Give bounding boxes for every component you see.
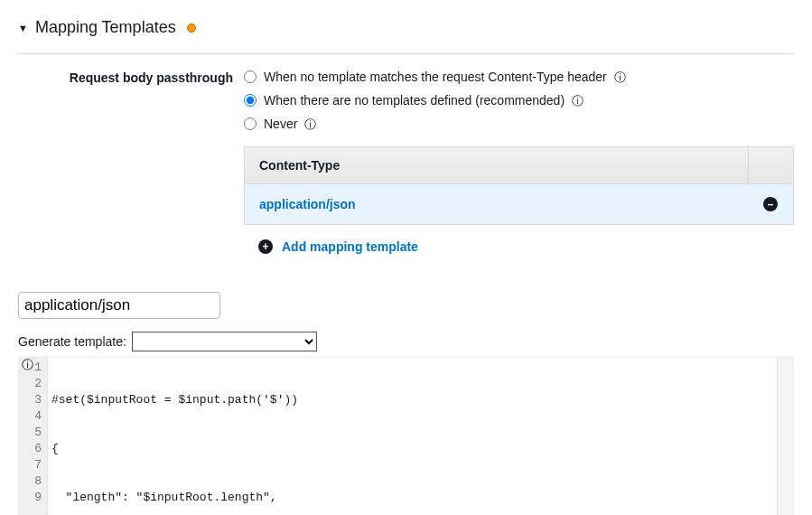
passthrough-label: Request body passthrough bbox=[18, 65, 244, 85]
content-type-header: Content-Type bbox=[245, 147, 748, 183]
code-gutter: 123456789 bbox=[19, 358, 48, 515]
generate-template-select[interactable] bbox=[132, 332, 317, 351]
passthrough-radio-1[interactable] bbox=[244, 94, 257, 107]
info-icon[interactable]: ⓘ bbox=[22, 360, 33, 371]
passthrough-radio-2[interactable] bbox=[244, 117, 257, 130]
content-type-table: Content-Type application/json – bbox=[244, 146, 794, 225]
passthrough-option-1[interactable]: When there are no templates defined (rec… bbox=[244, 89, 794, 112]
add-mapping-link[interactable]: Add mapping template bbox=[282, 239, 418, 254]
changed-indicator-icon bbox=[187, 23, 196, 33]
content-type-link[interactable]: application/json bbox=[259, 197, 356, 211]
passthrough-option-2[interactable]: Never ⓘ bbox=[244, 112, 794, 136]
code-line: "length": "$inputRoot.length", bbox=[51, 490, 773, 506]
generate-template-label: Generate template: bbox=[18, 334, 126, 349]
passthrough-option-0[interactable]: When no template matches the request Con… bbox=[244, 65, 794, 89]
section-title: Mapping Templates bbox=[35, 18, 176, 37]
content-type-header-action-col bbox=[748, 147, 793, 183]
passthrough-option-0-label: When no template matches the request Con… bbox=[264, 70, 607, 84]
section-header: ▼ Mapping Templates bbox=[18, 18, 794, 54]
scrollbar[interactable] bbox=[777, 358, 793, 515]
info-icon[interactable]: ⓘ bbox=[614, 71, 626, 83]
passthrough-radio-0[interactable] bbox=[244, 70, 257, 83]
content-type-input[interactable] bbox=[18, 292, 220, 319]
passthrough-option-2-label: Never bbox=[264, 117, 297, 131]
add-mapping-row[interactable]: + Add mapping template bbox=[244, 227, 794, 267]
generate-template-row: Generate template: bbox=[18, 332, 794, 351]
plus-icon[interactable]: + bbox=[258, 239, 273, 254]
info-icon[interactable]: ⓘ bbox=[572, 95, 583, 107]
caret-down-icon[interactable]: ▼ bbox=[18, 23, 28, 33]
code-line: { bbox=[51, 441, 773, 457]
code-line: #set($inputRoot = $input.path('$')) bbox=[51, 392, 773, 408]
remove-icon[interactable]: – bbox=[763, 197, 778, 211]
code-editor[interactable]: ⓘ 123456789 #set($inputRoot = $input.pat… bbox=[18, 357, 794, 515]
code-body[interactable]: #set($inputRoot = $input.path('$')) { "l… bbox=[48, 358, 777, 515]
info-icon[interactable]: ⓘ bbox=[304, 118, 316, 130]
content-type-row[interactable]: application/json – bbox=[245, 184, 793, 224]
content-type-table-header-row: Content-Type bbox=[245, 147, 793, 184]
passthrough-field: Request body passthrough When no templat… bbox=[18, 65, 794, 267]
passthrough-option-1-label: When there are no templates defined (rec… bbox=[264, 93, 565, 108]
